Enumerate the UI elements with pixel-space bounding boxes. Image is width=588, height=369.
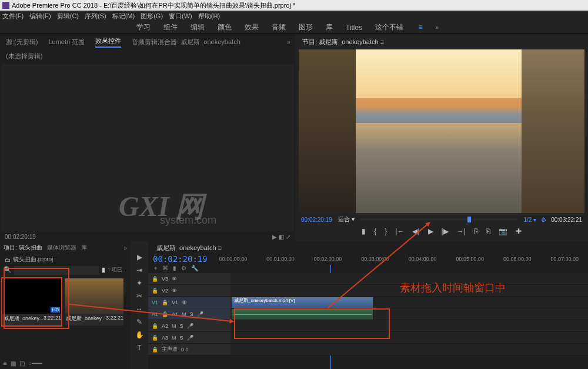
tl-wrench-icon[interactable]: 🔧 bbox=[191, 265, 198, 272]
clip-audio[interactable] bbox=[232, 309, 373, 320]
no-clip-label: (未选择剪辑) bbox=[0, 49, 295, 63]
search-input[interactable] bbox=[14, 266, 99, 275]
timeline-ruler[interactable]: 00:00:00:0000:01:00:0000:02:00:0000:03:0… bbox=[219, 256, 583, 262]
tl-snap-icon[interactable]: ⌖ bbox=[154, 265, 158, 272]
tab-audio-mixer[interactable]: 音频剪辑混合器: 威尼斯_onekeybatch bbox=[132, 38, 240, 46]
ws-lib[interactable]: 库 bbox=[326, 22, 333, 32]
track-v1[interactable]: V1🔒V1👁 bbox=[148, 297, 230, 308]
item-count: 1 项已... bbox=[108, 266, 127, 275]
filter-icon[interactable]: ▮ bbox=[102, 266, 105, 275]
ws-overflow-icon[interactable]: » bbox=[436, 24, 439, 31]
tool-track-select[interactable]: ⇥ bbox=[136, 266, 142, 274]
source-timecode: 00:02:20:19 bbox=[5, 234, 36, 240]
timeline-timecode[interactable]: 00:02:20:19 bbox=[153, 254, 208, 264]
tab-program[interactable]: 节目: 威尼斯_onekeybatch ≡ bbox=[302, 38, 384, 46]
tool-razor[interactable]: ✂ bbox=[136, 292, 142, 300]
tool-slip[interactable]: ↔ bbox=[136, 305, 143, 313]
ws-learn[interactable]: 学习 bbox=[136, 22, 151, 32]
project-panel: 项目: 镜头扭曲 媒体浏览器 库 » 🗀 镜头扭曲.prproj 🔍 ▮ 1 项… bbox=[0, 241, 131, 369]
prog-scrubber[interactable] bbox=[360, 218, 518, 221]
source-panel: 源:(无剪辑) Lumetri 范围 效果控件 音频剪辑混合器: 威尼斯_one… bbox=[0, 34, 295, 241]
track-a2[interactable]: 🔒A2MS🎤 bbox=[148, 320, 230, 332]
timeline-tracks[interactable]: 威尼斯_onekeybatch.mp4 [V] bbox=[230, 273, 588, 369]
proj-overflow[interactable]: » bbox=[123, 245, 127, 251]
menu-marker[interactable]: 标记(M) bbox=[112, 12, 135, 21]
prog-timecode-left: 00:02:20:19 bbox=[301, 217, 332, 223]
title-text: Adobe Premiere Pro CC 2018 - E:\百度经验\如何在… bbox=[12, 1, 295, 10]
btn-in[interactable]: { bbox=[374, 227, 376, 235]
view-freeform-icon[interactable]: ◰ bbox=[19, 360, 25, 367]
format-badge: HD bbox=[51, 307, 60, 313]
ws-titles[interactable]: Titles bbox=[346, 24, 362, 32]
track-a1[interactable]: A1🔒A1MS🎤 bbox=[148, 308, 230, 320]
ws-audio[interactable]: 音频 bbox=[272, 22, 286, 32]
source-icons[interactable]: ▶ ◧ ⤢ bbox=[272, 234, 290, 240]
ws-edit[interactable]: 编辑 bbox=[191, 22, 205, 32]
prog-settings-icon[interactable]: ⚙ bbox=[541, 217, 546, 223]
menu-sequence[interactable]: 序列(S) bbox=[85, 12, 106, 21]
btn-export-frame[interactable]: 📷 bbox=[499, 227, 507, 235]
tab-sequence[interactable]: 威尼斯_onekeybatch ≡ bbox=[156, 244, 222, 252]
btn-goto-in[interactable]: |← bbox=[395, 227, 404, 235]
workspace-bar: 学习 组件 编辑 颜色 效果 音频 图形 库 Titles 这个不错 ≡ » bbox=[0, 21, 588, 34]
menubar: 文件(F) 编辑(E) 剪辑(C) 序列(S) 标记(M) 图形(G) 窗口(W… bbox=[0, 11, 588, 21]
tab-project[interactable]: 项目: 镜头扭曲 bbox=[4, 244, 42, 252]
project-item-2[interactable]: 威尼斯_onekey...3:22:21 bbox=[65, 278, 123, 325]
view-icon-icon[interactable]: ▦ bbox=[11, 360, 16, 367]
track-headers: 🔒V3👁 🔒V2👁 V1🔒V1👁 A1🔒A1MS🎤 🔒A2MS🎤 🔒A3MS🎤 … bbox=[148, 273, 230, 369]
effect-controls-area: GXI 网 system.com bbox=[1, 64, 294, 231]
menu-window[interactable]: 窗口(W) bbox=[169, 12, 192, 21]
btn-extract[interactable]: ⎗ bbox=[486, 227, 490, 235]
tool-pen[interactable]: ✎ bbox=[136, 318, 142, 326]
tab-effect-controls[interactable]: 效果控件 bbox=[95, 36, 121, 48]
search-icon[interactable]: 🔍 bbox=[4, 266, 12, 275]
ws-color[interactable]: 颜色 bbox=[218, 22, 232, 32]
menu-help[interactable]: 帮助(H) bbox=[198, 12, 220, 21]
tab-lumetri[interactable]: Lumetri 范围 bbox=[48, 38, 85, 46]
tool-hand[interactable]: ✋ bbox=[135, 331, 144, 339]
app-icon bbox=[2, 2, 9, 9]
btn-goto-out[interactable]: →| bbox=[457, 227, 466, 235]
tab-libraries[interactable]: 库 bbox=[81, 244, 87, 252]
tool-ripple[interactable]: ✦ bbox=[136, 279, 142, 287]
tl-link-icon[interactable]: ⌘ bbox=[162, 265, 168, 272]
ws-effects[interactable]: 效果 bbox=[245, 22, 259, 32]
track-a3[interactable]: 🔒A3MS🎤 bbox=[148, 332, 230, 344]
btn-step-fwd[interactable]: |▶ bbox=[442, 227, 449, 235]
track-master[interactable]: 🔒主声道0.0 bbox=[148, 344, 230, 355]
btn-button-editor[interactable]: ✚ bbox=[516, 227, 522, 235]
tool-selection[interactable]: ▶ bbox=[137, 253, 142, 261]
program-panel: 节目: 威尼斯_onekeybatch ≡ 00:02:20:19 适合 ▾ 1… bbox=[295, 34, 588, 241]
tl-marker-icon[interactable]: ▮ bbox=[173, 265, 176, 272]
panel-menu-icon[interactable]: » bbox=[287, 38, 290, 45]
btn-step-back[interactable]: ◀| bbox=[412, 227, 419, 235]
btn-lift[interactable]: ⎘ bbox=[474, 227, 478, 235]
tab-media-browser[interactable]: 媒体浏览器 bbox=[47, 244, 76, 252]
view-list-icon[interactable]: ≡ bbox=[4, 360, 7, 367]
ws-assembly[interactable]: 组件 bbox=[163, 22, 178, 32]
prog-resolution[interactable]: 1/2 ▾ bbox=[523, 217, 536, 223]
timeline-panel: 威尼斯_onekeybatch ≡ 00:02:20:19 00:00:00:0… bbox=[148, 241, 588, 369]
track-v3[interactable]: 🔒V3👁 bbox=[148, 273, 230, 285]
track-v2[interactable]: 🔒V2👁 bbox=[148, 285, 230, 297]
btn-marker[interactable]: ▮ bbox=[362, 227, 366, 235]
menu-clip[interactable]: 剪辑(C) bbox=[57, 12, 79, 21]
tl-settings-icon[interactable]: ⚙ bbox=[181, 265, 186, 272]
ws-custom[interactable]: 这个不错 ≡ bbox=[375, 22, 422, 32]
menu-graphics[interactable]: 图形(G) bbox=[141, 12, 163, 21]
watermark-sub: system.com bbox=[160, 214, 216, 227]
program-monitor[interactable] bbox=[299, 49, 584, 213]
tab-source[interactable]: 源:(无剪辑) bbox=[6, 38, 38, 46]
project-item-1[interactable]: HD 威尼斯_onekey...3:22:21 bbox=[2, 278, 61, 325]
prog-fit-dropdown[interactable]: 适合 ▾ bbox=[338, 215, 355, 224]
ws-graphics[interactable]: 图形 bbox=[299, 22, 313, 32]
tools-panel: ▶ ⇥ ✦ ✂ ↔ ✎ ✋ T bbox=[131, 241, 148, 369]
zoom-slider[interactable]: ○━━━ bbox=[28, 360, 42, 367]
clip-video[interactable]: 威尼斯_onekeybatch.mp4 [V] bbox=[232, 297, 373, 308]
btn-out[interactable]: } bbox=[385, 227, 387, 235]
menu-edit[interactable]: 编辑(E) bbox=[29, 12, 51, 21]
watermark: GXI 网 bbox=[119, 188, 204, 225]
menu-file[interactable]: 文件(F) bbox=[2, 12, 24, 21]
btn-play[interactable]: ▶ bbox=[428, 227, 433, 235]
tool-type[interactable]: T bbox=[137, 344, 141, 352]
